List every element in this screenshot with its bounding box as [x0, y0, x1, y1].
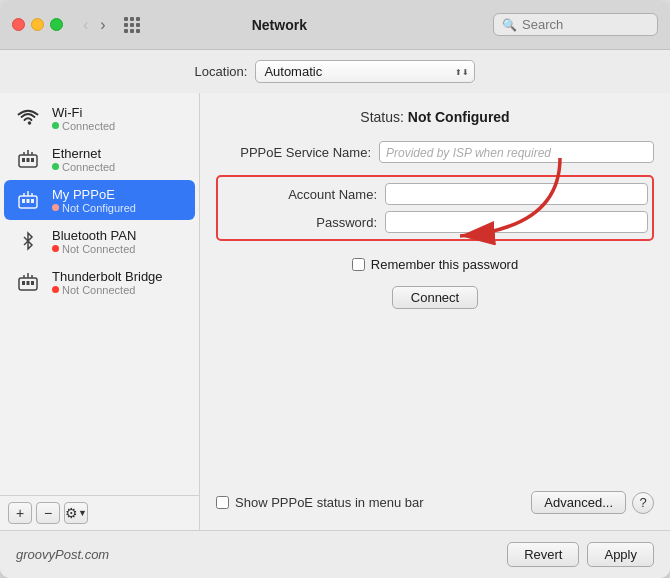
- pppoe-service-input[interactable]: [379, 141, 654, 163]
- thunderbolt-icon: [14, 268, 42, 296]
- network-preferences-window: ‹ › Network 🔍 Location: Automatic: [0, 0, 670, 578]
- password-input[interactable]: [385, 211, 648, 233]
- bluetooth-item-text: Bluetooth PAN Not Connected: [52, 228, 136, 255]
- account-name-input[interactable]: [385, 183, 648, 205]
- pppoe-service-label: PPPoE Service Name:: [216, 145, 371, 160]
- titlebar: ‹ › Network 🔍: [0, 0, 670, 50]
- help-button[interactable]: ?: [632, 492, 654, 514]
- pppoe-service-row: PPPoE Service Name:: [216, 141, 654, 163]
- svg-rect-10: [31, 199, 34, 203]
- svg-rect-17: [22, 281, 25, 285]
- thunderbolt-status: Not Connected: [52, 284, 163, 296]
- location-select-wrapper: Automatic: [255, 60, 475, 83]
- chevron-down-icon: ▼: [78, 508, 87, 518]
- window-title: Network: [154, 17, 405, 33]
- ethernet-name: Ethernet: [52, 146, 115, 161]
- wifi-status: Connected: [52, 120, 115, 132]
- account-name-label: Account Name:: [222, 187, 377, 202]
- password-row: Password:: [222, 211, 648, 233]
- wifi-icon: [14, 104, 42, 132]
- thunderbolt-status-dot: [52, 286, 59, 293]
- grid-icon[interactable]: [124, 17, 140, 33]
- wifi-item-text: Wi-Fi Connected: [52, 105, 115, 132]
- settings-button[interactable]: ⚙ ▼: [64, 502, 88, 524]
- remember-password-row: Remember this password: [216, 257, 654, 272]
- status-area: Status: Not Configured: [216, 109, 654, 129]
- pppoe-icon: [14, 186, 42, 214]
- search-icon: 🔍: [502, 18, 517, 32]
- connect-row: Connect: [216, 286, 654, 309]
- status-label: Status:: [360, 109, 404, 125]
- watermark: groovyPost.com: [16, 547, 109, 562]
- advanced-button[interactable]: Advanced...: [531, 491, 626, 514]
- nav-arrows: ‹ ›: [79, 15, 110, 35]
- apply-button[interactable]: Apply: [587, 542, 654, 567]
- bottom-area: Show PPPoE status in menu bar Advanced..…: [216, 491, 654, 514]
- footer-buttons: Revert Apply: [507, 542, 654, 567]
- advanced-help-area: Advanced... ?: [531, 491, 654, 514]
- revert-button[interactable]: Revert: [507, 542, 579, 567]
- sidebar-item-bluetooth[interactable]: Bluetooth PAN Not Connected: [4, 221, 195, 261]
- ethernet-status-dot: [52, 163, 59, 170]
- show-menubar-checkbox[interactable]: [216, 496, 229, 509]
- sidebar-list: Wi-Fi Connected: [0, 93, 199, 495]
- svg-rect-18: [27, 281, 30, 285]
- remember-password-label[interactable]: Remember this password: [371, 257, 518, 272]
- credentials-group: Account Name: Password:: [216, 175, 654, 241]
- right-panel: Status: Not Configured PPPoE Service Nam…: [200, 93, 670, 530]
- show-menubar-label[interactable]: Show PPPoE status in menu bar: [235, 495, 424, 510]
- location-label: Location:: [195, 64, 248, 79]
- sidebar-toolbar: + − ⚙ ▼: [0, 495, 199, 530]
- status-value: Not Configured: [408, 109, 510, 125]
- bluetooth-status: Not Connected: [52, 243, 136, 255]
- maximize-button[interactable]: [50, 18, 63, 31]
- sidebar-item-pppoe[interactable]: My PPPoE Not Configured: [4, 180, 195, 220]
- svg-rect-8: [22, 199, 25, 203]
- pppoe-status: Not Configured: [52, 202, 136, 214]
- pppoe-status-dot: [52, 204, 59, 211]
- connect-button[interactable]: Connect: [392, 286, 478, 309]
- bluetooth-name: Bluetooth PAN: [52, 228, 136, 243]
- footer: groovyPost.com Revert Apply: [0, 530, 670, 578]
- svg-rect-19: [31, 281, 34, 285]
- thunderbolt-item-text: Thunderbolt Bridge Not Connected: [52, 269, 163, 296]
- wifi-name: Wi-Fi: [52, 105, 115, 120]
- back-arrow[interactable]: ‹: [79, 15, 92, 35]
- bluetooth-status-dot: [52, 245, 59, 252]
- pppoe-item-text: My PPPoE Not Configured: [52, 187, 136, 214]
- remove-network-button[interactable]: −: [36, 502, 60, 524]
- ethernet-icon: [14, 145, 42, 173]
- account-name-row: Account Name:: [222, 183, 648, 205]
- settings-icon: ⚙: [65, 505, 78, 521]
- close-button[interactable]: [12, 18, 25, 31]
- traffic-lights: [12, 18, 63, 31]
- svg-rect-9: [27, 199, 30, 203]
- remember-password-checkbox[interactable]: [352, 258, 365, 271]
- sidebar-item-ethernet[interactable]: Ethernet Connected: [4, 139, 195, 179]
- show-menubar-row: Show PPPoE status in menu bar Advanced..…: [216, 491, 654, 514]
- location-bar: Location: Automatic: [0, 50, 670, 93]
- sidebar-item-wifi[interactable]: Wi-Fi Connected: [4, 98, 195, 138]
- pppoe-name: My PPPoE: [52, 187, 136, 202]
- minimize-button[interactable]: [31, 18, 44, 31]
- bluetooth-icon: [14, 227, 42, 255]
- svg-rect-3: [31, 158, 34, 162]
- search-input[interactable]: [522, 17, 642, 32]
- search-bar[interactable]: 🔍: [493, 13, 658, 36]
- main-content: Wi-Fi Connected: [0, 93, 670, 530]
- ethernet-item-text: Ethernet Connected: [52, 146, 115, 173]
- password-label: Password:: [222, 215, 377, 230]
- forward-arrow[interactable]: ›: [96, 15, 109, 35]
- sidebar-item-thunderbolt[interactable]: Thunderbolt Bridge Not Connected: [4, 262, 195, 302]
- ethernet-status: Connected: [52, 161, 115, 173]
- svg-rect-1: [22, 158, 25, 162]
- add-network-button[interactable]: +: [8, 502, 32, 524]
- svg-rect-2: [27, 158, 30, 162]
- wifi-status-dot: [52, 122, 59, 129]
- thunderbolt-name: Thunderbolt Bridge: [52, 269, 163, 284]
- sidebar: Wi-Fi Connected: [0, 93, 200, 530]
- location-select[interactable]: Automatic: [255, 60, 475, 83]
